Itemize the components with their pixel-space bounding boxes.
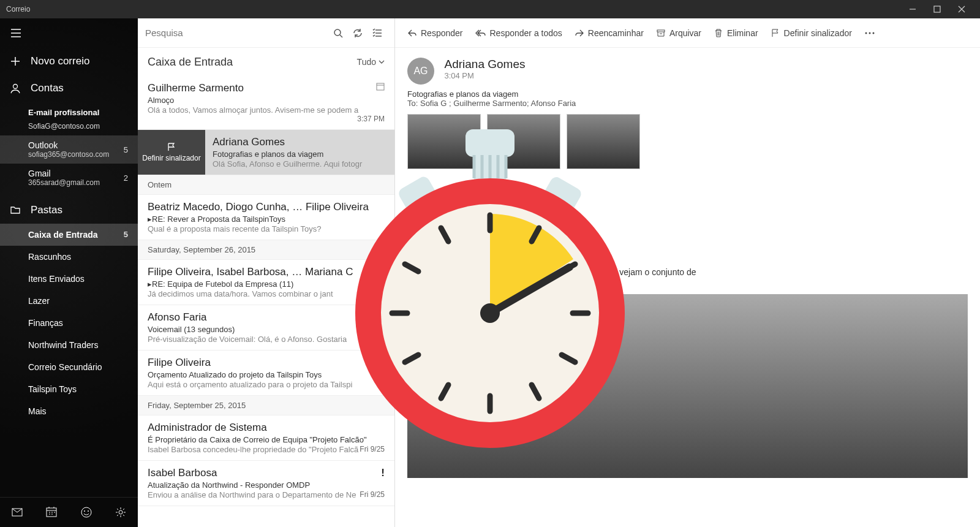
flag-button[interactable]: Definir sinalizador (771, 28, 852, 38)
sidebar-bottom-bar (0, 497, 138, 527)
message-timestamp: 3:04 PM (444, 71, 525, 80)
folder-sent[interactable]: Itens Enviados (0, 268, 138, 290)
primary-account-email: SofiaG@contoso.com (0, 119, 138, 135)
mail-view-button[interactable] (0, 498, 34, 527)
group-header: Saturday, September 26, 2015 (138, 240, 394, 260)
svg-point-6 (88, 510, 89, 512)
forward-button[interactable]: Reencaminhar (575, 28, 644, 38)
search-row (138, 18, 394, 48)
hamburger-button[interactable] (0, 18, 138, 48)
svg-rect-0 (934, 6, 940, 12)
account-email: 365sarad@gmail.com (28, 178, 100, 187)
search-button[interactable] (328, 28, 348, 39)
feedback-button[interactable] (69, 498, 104, 527)
person-icon (10, 83, 21, 94)
folders-label: Pastas (31, 204, 62, 216)
account-badge: 2 (124, 173, 128, 183)
trash-icon (714, 28, 723, 38)
sidebar: Novo correio Contas E-mail profissional … (0, 18, 138, 527)
folder-inbox[interactable]: Caixa de Entrada5 (0, 224, 138, 246)
svg-point-12 (869, 32, 870, 34)
account-badge: 5 (124, 145, 128, 154)
reply-all-icon (475, 28, 486, 38)
window-minimize-button[interactable] (900, 0, 925, 18)
new-mail-button[interactable]: Novo correio (0, 48, 138, 75)
message-item[interactable]: Beatriz Macedo, Diogo Cunha, … Filipe Ol… (138, 195, 394, 240)
folder-icon (10, 205, 21, 216)
attachment-thumb[interactable] (567, 114, 640, 169)
attachment-thumb[interactable] (407, 114, 481, 169)
flag-icon (167, 142, 176, 152)
window-maximize-button[interactable] (925, 0, 949, 18)
important-icon: ! (381, 467, 385, 479)
flag-icon (771, 28, 780, 38)
inbox-header: Caixa de Entrada Tudo (138, 48, 394, 76)
message-header: AG Adriana Gomes 3:04 PM (395, 48, 980, 89)
message-list[interactable]: Guilherme Sarmento Almoço Olá a todos, V… (138, 76, 394, 527)
account-name: Gmail (28, 169, 100, 178)
message-item[interactable]: Filipe Oliveira, Isabel Barbosa, … Maria… (138, 260, 394, 305)
new-mail-label: Novo correio (31, 55, 89, 67)
reply-button[interactable]: Responder (407, 28, 463, 38)
folder-secundario[interactable]: Correio Secundário (0, 356, 138, 378)
folder-lazer[interactable]: Lazer (0, 290, 138, 312)
attachment-thumb[interactable] (487, 114, 560, 169)
folders-button[interactable]: Pastas (0, 197, 138, 224)
message-item-selected[interactable]: Definir sinalizador Adriana Gomes Fotogr… (138, 130, 394, 175)
message-item[interactable]: Filipe Oliveira Orçamento Atualizado do … (138, 351, 394, 396)
primary-account-name: E-mail profissional (0, 102, 138, 119)
svg-point-7 (119, 510, 123, 514)
message-recipients: Sofia G ; Guilherme Sarmento; Afonso Far… (420, 99, 576, 108)
search-input[interactable] (145, 28, 328, 38)
chevron-down-icon (379, 59, 385, 65)
mail-icon (11, 506, 23, 518)
window-close-button[interactable] (949, 0, 974, 18)
folder-tailspin[interactable]: Tailspin Toys (0, 378, 138, 400)
plus-icon (10, 56, 21, 67)
calendar-view-button[interactable] (34, 498, 69, 527)
folder-drafts[interactable]: Rascunhos (0, 246, 138, 268)
select-mode-button[interactable] (368, 28, 387, 39)
account-gmail[interactable]: Gmail 365sarad@gmail.com 2 (0, 164, 138, 192)
folder-more[interactable]: Mais (0, 400, 138, 422)
flag-action[interactable]: Definir sinalizador (138, 130, 205, 175)
folder-northwind[interactable]: Northwind Traders (0, 334, 138, 356)
inbox-title: Caixa de Entrada (148, 56, 233, 69)
accounts-label: Contas (31, 82, 64, 94)
svg-point-11 (865, 32, 867, 34)
folder-financas[interactable]: Finanças (0, 312, 138, 334)
reply-icon (407, 28, 417, 38)
sender-name: Adriana Gomes (444, 58, 525, 71)
account-email: sofiag365@contoso.com (28, 150, 109, 159)
message-list-pane: Caixa de Entrada Tudo Guilherme Sarmento… (138, 18, 395, 527)
message-item[interactable]: Isabel Barbosa! Atualização da Northwind… (138, 461, 394, 506)
smiley-icon (80, 506, 92, 518)
svg-rect-10 (657, 30, 665, 32)
message-item[interactable]: Administrador de Sistema É Proprietário … (138, 415, 394, 461)
avatar: AG (407, 58, 434, 85)
hamburger-icon (10, 27, 22, 39)
reply-all-button[interactable]: Responder a todos (475, 28, 562, 38)
checklist-icon (372, 28, 383, 39)
delete-button[interactable]: Eliminar (714, 28, 758, 38)
message-item[interactable]: Afonso Faria Voicemail (13 segundos) Pré… (138, 305, 394, 351)
settings-button[interactable] (104, 498, 138, 527)
to-label: To: (407, 99, 418, 108)
message-subject: Fotografias e planos da viagem (407, 89, 968, 99)
archive-button[interactable]: Arquivar (656, 28, 701, 38)
search-icon (333, 28, 344, 39)
message-item[interactable]: Guilherme Sarmento Almoço Olá a todos, V… (138, 76, 394, 130)
more-actions-button[interactable] (864, 28, 875, 38)
forward-icon (575, 28, 584, 38)
window-titlebar: Correio (0, 0, 980, 18)
sync-button[interactable] (348, 28, 368, 39)
filter-dropdown[interactable]: Tudo (357, 57, 385, 67)
accounts-button[interactable]: Contas (0, 75, 138, 102)
account-outlook[interactable]: Outlook sofiag365@contoso.com 5 (0, 135, 138, 164)
message-meta: Fotografias e planos da viagem To: Sofia… (395, 89, 980, 114)
message-body: agem a Seattle. Ficaram excelentes! s fé… (395, 179, 980, 282)
account-name: Outlook (28, 140, 109, 150)
calendar-indicator-icon (376, 82, 385, 93)
group-header: Ontem (138, 175, 394, 195)
svg-point-13 (872, 32, 874, 34)
